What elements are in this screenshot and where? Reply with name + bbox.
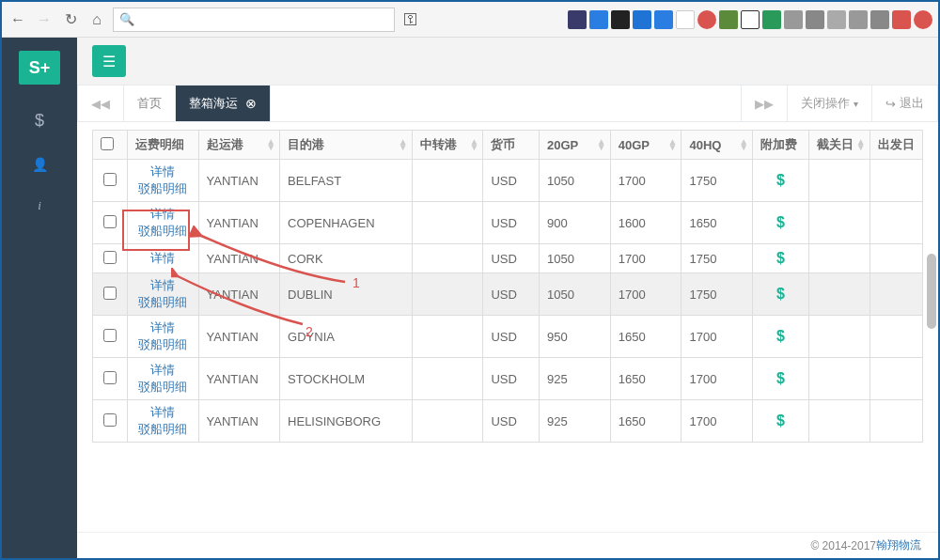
detail-link[interactable]: 详情 — [132, 362, 195, 379]
ext-icon[interactable] — [633, 10, 651, 29]
detail-link[interactable]: 详情 — [132, 250, 195, 267]
browser-toolbar: ← → ↻ ⌂ 🔍 ⚿ — [2, 2, 938, 38]
header-currency[interactable]: 货币 — [483, 131, 540, 160]
sort-icon: ▲▼ — [856, 139, 866, 150]
cell-destination: CORK — [280, 244, 413, 273]
cell-destination: HELISINGBORG — [280, 400, 413, 443]
ext-icon[interactable] — [870, 10, 889, 29]
cell-destination: BELFAST — [280, 160, 413, 202]
surcharge-button[interactable]: $ — [753, 202, 809, 244]
surcharge-button[interactable]: $ — [753, 400, 809, 443]
exit-button[interactable]: ↪ 退出 — [871, 86, 937, 121]
cell-20gp: 925 — [540, 400, 611, 443]
header-40hq[interactable]: 40HQ▲▼ — [682, 131, 753, 160]
ext-icon[interactable] — [914, 10, 932, 29]
barge-detail-link[interactable]: 驳船明细 — [132, 180, 195, 197]
surcharge-button[interactable]: $ — [753, 160, 809, 202]
sidebar-item-info[interactable]: i — [38, 198, 41, 213]
ext-icon[interactable] — [892, 10, 911, 29]
annotation-label-2: 2 — [306, 324, 313, 339]
cell-currency: USD — [483, 244, 540, 273]
table-row[interactable]: 详情驳船明细 YANTIAN HELISINGBORG USD 925 1650… — [93, 400, 923, 443]
row-checkbox[interactable] — [103, 173, 117, 186]
row-checkbox[interactable] — [103, 413, 117, 427]
tabs-scroll-right[interactable]: ▶▶ — [741, 86, 787, 121]
key-icon[interactable]: ⚿ — [400, 9, 421, 30]
ext-icon[interactable] — [654, 10, 673, 29]
header-surcharge[interactable]: 附加费 — [753, 131, 809, 160]
forward-button[interactable]: → — [34, 9, 55, 30]
surcharge-button[interactable]: $ — [753, 273, 809, 316]
ext-icon[interactable] — [806, 10, 824, 29]
header-20gp[interactable]: 20GP▲▼ — [540, 131, 611, 160]
cell-transit — [412, 202, 483, 244]
detail-link[interactable]: 详情 — [132, 277, 195, 294]
select-all-checkbox[interactable] — [101, 137, 114, 150]
ext-icon[interactable] — [589, 10, 608, 29]
adblock-icon[interactable] — [697, 10, 716, 29]
ext-icon[interactable] — [719, 10, 738, 29]
ext-icon[interactable] — [741, 10, 760, 29]
company-link[interactable]: 翰翔物流 — [876, 537, 921, 553]
surcharge-button[interactable]: $ — [753, 316, 809, 358]
header-cutoff[interactable]: 截关日▲▼ — [808, 131, 870, 160]
hamburger-button[interactable]: ☰ — [92, 45, 126, 77]
table-row[interactable]: 详情驳船明细 YANTIAN DUBLIN USD 1050 1700 1750… — [93, 273, 923, 316]
row-checkbox[interactable] — [103, 329, 117, 342]
header-origin[interactable]: 起运港▲▼ — [198, 131, 280, 160]
ext-icon[interactable] — [611, 10, 630, 29]
ext-icon[interactable] — [827, 10, 846, 29]
cell-20gp: 1050 — [540, 160, 611, 202]
header-checkbox[interactable] — [93, 131, 128, 160]
detail-link[interactable]: 详情 — [132, 206, 195, 223]
table-row[interactable]: 详情驳船明细 YANTIAN COPENHAGEN USD 900 1600 1… — [93, 202, 923, 244]
sidebar-item-user[interactable]: 👤 — [32, 157, 48, 172]
surcharge-button[interactable]: $ — [753, 244, 809, 273]
surcharge-button[interactable]: $ — [753, 358, 809, 400]
barge-detail-link[interactable]: 驳船明细 — [132, 379, 195, 396]
detail-link[interactable]: 详情 — [132, 163, 195, 180]
header-transit[interactable]: 中转港▲▼ — [412, 131, 483, 160]
home-button[interactable]: ⌂ — [86, 9, 107, 30]
cell-40hq: 1700 — [682, 400, 753, 443]
table-row[interactable]: 详情驳船明细 YANTIAN STOCKHOLM USD 925 1650 17… — [93, 358, 923, 400]
barge-detail-link[interactable]: 驳船明细 — [132, 421, 195, 438]
sidebar-item-pricing[interactable]: $ — [35, 111, 44, 131]
cell-origin: YANTIAN — [198, 273, 280, 316]
ext-icon[interactable] — [676, 10, 695, 29]
row-checkbox[interactable] — [103, 287, 117, 300]
row-checkbox[interactable] — [103, 371, 117, 384]
cell-cutoff — [808, 400, 870, 443]
table-row[interactable]: 详情驳船明细 YANTIAN BELFAST USD 1050 1700 175… — [93, 160, 923, 202]
tab-home[interactable]: 首页 — [124, 86, 176, 121]
barge-detail-link[interactable]: 驳船明细 — [132, 336, 195, 353]
table-row[interactable]: 详情 YANTIAN CORK USD 1050 1700 1750 $ — [93, 244, 923, 273]
row-checkbox[interactable] — [103, 251, 117, 264]
close-icon[interactable]: ⊗ — [245, 96, 257, 111]
tab-ocean-freight[interactable]: 整箱海运 ⊗ — [176, 86, 271, 121]
ext-icon[interactable] — [849, 10, 868, 29]
header-detail[interactable]: 运费明细 — [127, 131, 198, 160]
ext-icon[interactable] — [568, 10, 587, 29]
detail-link[interactable]: 详情 — [132, 319, 195, 336]
cell-cutoff — [808, 244, 870, 273]
header-depart[interactable]: 出发日 — [870, 131, 922, 160]
header-destination[interactable]: 目的港▲▼ — [280, 131, 413, 160]
row-checkbox[interactable] — [103, 215, 117, 228]
vertical-scrollbar[interactable] — [927, 254, 936, 329]
ext-icon[interactable] — [784, 10, 803, 29]
ext-icon[interactable] — [762, 10, 781, 29]
app-logo[interactable]: S+ — [19, 51, 60, 85]
cell-transit — [412, 273, 483, 316]
reload-button[interactable]: ↻ — [60, 9, 81, 30]
table-row[interactable]: 详情驳船明细 YANTIAN GDYNIA USD 950 1650 1700 … — [93, 316, 923, 358]
close-operations-dropdown[interactable]: 关闭操作 ▾ — [787, 86, 871, 121]
header-40gp[interactable]: 40GP▲▼ — [610, 131, 682, 160]
back-button[interactable]: ← — [8, 9, 28, 30]
tabs-scroll-left[interactable]: ◀◀ — [78, 86, 124, 121]
detail-link[interactable]: 详情 — [132, 404, 195, 421]
address-bar[interactable]: 🔍 — [113, 8, 395, 32]
barge-detail-link[interactable]: 驳船明细 — [132, 294, 195, 311]
cell-depart — [870, 244, 922, 273]
barge-detail-link[interactable]: 驳船明细 — [132, 223, 195, 240]
